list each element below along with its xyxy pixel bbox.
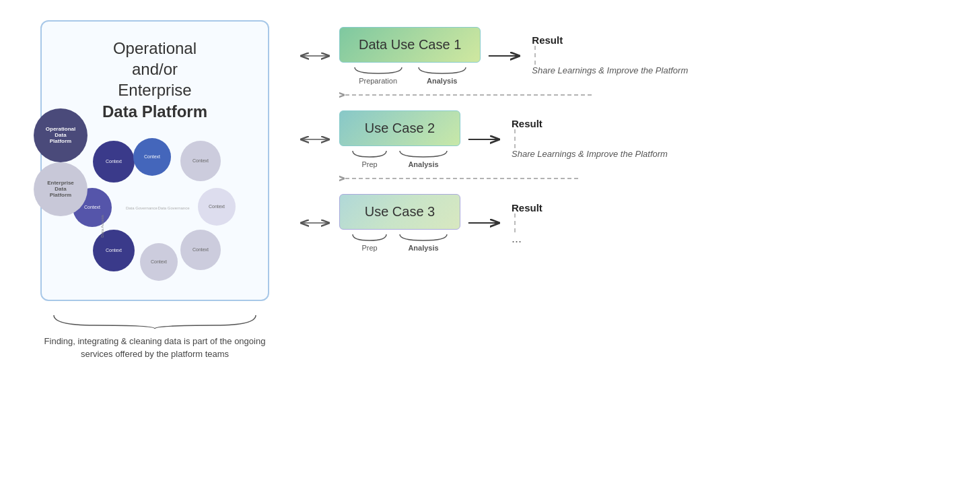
operational-platform-circle: OperationalDataPlatform <box>34 108 88 162</box>
uc1-prep-brace: Preparation <box>351 64 405 85</box>
uc2-main-row: Use Case 2 Prep Analysis <box>296 110 940 168</box>
uc1-box-with-labels: Data Use Case 1 Preparation Analysis <box>339 27 481 85</box>
uc3-box-with-labels: Use Case 3 Prep Analysis <box>339 194 460 252</box>
dg-label-left: Data Governance <box>126 206 158 210</box>
uc2-result-label: Result <box>512 118 542 129</box>
uc1-feedback-row <box>296 89 940 101</box>
main-container: Operational and/or Enterprise Data Platf… <box>0 0 980 493</box>
uc1-share-text: Share Learnings & Improve the Platform <box>532 65 688 77</box>
uc2-title: Use Case 2 <box>365 121 435 135</box>
uc3-prep-label: Prep <box>361 244 377 252</box>
uc1-double-arrow <box>296 46 334 65</box>
dg-label-right: Data Governance <box>158 206 189 210</box>
satellite-top-right: Context <box>180 141 221 181</box>
uc2-share-text: Share Learnings & Improve the Platform <box>512 148 668 160</box>
satellite-bot-left: Context <box>93 230 135 271</box>
uc2-feedback-arrow <box>339 172 582 185</box>
use-case-2-box: Use Case 2 <box>339 110 460 146</box>
left-panel: Operational and/or Enterprise Data Platf… <box>40 20 269 361</box>
platform-title: Operational and/or Enterprise Data Platf… <box>102 38 207 122</box>
satellite-bot-center: Context <box>140 243 178 281</box>
brace-caption-text: Finding, integrating & cleaning data is … <box>40 335 269 361</box>
title-line2: and/or <box>132 60 178 78</box>
uc3-dots: ... <box>512 232 522 244</box>
uc1-prep-label: Preparation <box>359 77 397 85</box>
uc3-double-arrow <box>296 213 334 232</box>
uc1-arrow-right <box>487 49 525 63</box>
use-case-2-wrapper: Use Case 2 Prep Analysis <box>296 110 940 187</box>
uc3-main-row: Use Case 3 Prep Analysis <box>296 194 940 252</box>
uc2-analysis-brace: Analysis <box>396 147 450 168</box>
uc2-feedback-row <box>296 172 940 185</box>
uc1-analysis-label: Analysis <box>427 77 457 85</box>
satellite-mid-right: Context <box>198 188 236 226</box>
uc3-result-label: Result <box>512 202 542 213</box>
uc1-result-label: Result <box>532 34 563 46</box>
uc2-box-with-labels: Use Case 2 Prep Analysis <box>339 110 460 168</box>
uc1-result-side: Result Share Learnings & Improve the Pla… <box>532 34 688 77</box>
data-access-label: Data Access <box>100 215 104 237</box>
uc2-prep-label: Prep <box>361 160 377 168</box>
uc3-analysis-label: Analysis <box>408 244 438 252</box>
diagram-area: Context Context Context Context Context … <box>61 135 249 284</box>
uc2-result-side: Result Share Learnings & Improve the Pla… <box>512 118 668 160</box>
uc1-analysis-brace: Analysis <box>415 64 469 85</box>
satellite-bot-right: Context <box>180 230 221 270</box>
uc3-analysis-brace: Analysis <box>396 231 450 252</box>
title-line3: Enterprise <box>118 81 191 99</box>
uc2-arrow-right <box>467 133 505 146</box>
enterprise-platform-circle: EnterpriseDataPlatform <box>34 162 88 216</box>
bottom-brace-svg <box>40 312 269 332</box>
use-case-3-wrapper: Use Case 3 Prep Analysis <box>296 194 940 252</box>
uc3-title: Use Case 3 <box>365 204 435 219</box>
uc2-double-arrow <box>296 130 334 149</box>
right-panel: Data Use Case 1 Preparation Analysis <box>296 20 940 252</box>
uc2-vertical-dashed <box>514 129 516 148</box>
satellite-top-left: Context <box>93 141 135 183</box>
use-case-1-wrapper: Data Use Case 1 Preparation Analysis <box>296 27 940 104</box>
title-line1: Operational <box>113 39 197 57</box>
uc2-prep-brace: Prep <box>349 147 390 168</box>
uc3-result-side: Result ... <box>512 202 542 244</box>
uc1-title: Data Use Case 1 <box>359 37 461 52</box>
satellite-top-center: Context <box>133 138 171 176</box>
uc3-vertical-dashed <box>514 213 516 232</box>
uc1-main-row: Data Use Case 1 Preparation Analysis <box>296 27 940 85</box>
data-platform-box: Operational and/or Enterprise Data Platf… <box>40 20 269 301</box>
brace-caption-area: Finding, integrating & cleaning data is … <box>40 312 269 361</box>
use-case-1-box: Data Use Case 1 <box>339 27 481 63</box>
title-bold: Data Platform <box>102 102 207 121</box>
uc1-feedback-arrow <box>339 89 595 101</box>
use-case-3-box: Use Case 3 <box>339 194 460 230</box>
uc2-analysis-label: Analysis <box>408 160 438 168</box>
uc3-arrow-right <box>467 216 505 230</box>
uc3-prep-brace: Prep <box>349 231 390 252</box>
uc1-vertical-dashed <box>534 46 536 65</box>
